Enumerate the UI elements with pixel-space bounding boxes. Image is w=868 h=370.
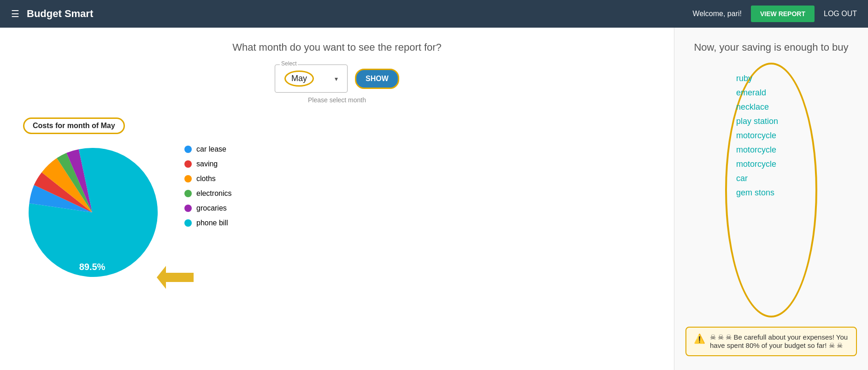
legend-item: saving (184, 160, 231, 168)
please-select-text: Please select month (18, 96, 655, 104)
app-title: Budget Smart (27, 8, 693, 20)
legend-item: cloths (184, 175, 231, 183)
savings-oval-wrapper: rubyemeraldnecklaceplay stationmotorcycl… (685, 63, 857, 317)
legend-label: electronics (196, 189, 231, 198)
savings-item: car (736, 174, 748, 183)
logout-button[interactable]: LOG OUT (824, 10, 857, 18)
warning-box: ⚠️ ☠ ☠ ☠ Be carefull about your expenses… (685, 327, 857, 356)
select-legend: Select (280, 60, 298, 67)
pie-container: Costs for month of May (18, 117, 166, 286)
legend-label: phone bill (196, 219, 228, 227)
savings-item: necklace (736, 102, 769, 112)
svg-marker-0 (157, 266, 194, 289)
legend-label: cloths (196, 175, 216, 183)
legend-dot (184, 146, 192, 153)
pie-wrapper: 89.5% (18, 139, 166, 286)
legend-item: electronics (184, 189, 231, 198)
legend-dot (184, 190, 192, 197)
month-select[interactable]: May ▾ (279, 66, 343, 91)
left-panel: What month do you want to see the report… (0, 28, 674, 370)
savings-item: emerald (736, 88, 766, 98)
savings-item: play station (736, 117, 778, 126)
savings-item: motorcycle (736, 145, 776, 155)
costs-label: Costs for month of May (23, 117, 125, 134)
chart-legend: car leasesavingclothselectronicsgrocarie… (184, 145, 231, 227)
legend-label: saving (196, 160, 218, 168)
show-button[interactable]: SHOW (355, 69, 399, 89)
savings-item: ruby (736, 74, 752, 83)
saving-title: Now, your saving is enough to buy (685, 41, 857, 53)
dropdown-arrow-icon: ▾ (335, 75, 338, 82)
savings-item: motorcycle (736, 159, 776, 169)
legend-dot (184, 205, 192, 212)
arrow-indicator (157, 266, 194, 291)
legend-label: car lease (196, 145, 226, 153)
legend-dot (184, 175, 192, 182)
chart-section: Costs for month of May (18, 117, 655, 286)
view-report-button[interactable]: VIEW REPORT (751, 6, 815, 22)
arrow-icon (157, 266, 194, 289)
legend-item: grocaries (184, 204, 231, 212)
savings-item: gem stons (736, 188, 774, 198)
main-container: What month do you want to see the report… (0, 28, 868, 370)
warning-text: ☠ ☠ ☠ Be carefull about your expenses! Y… (710, 333, 849, 350)
select-row: Select May ▾ SHOW (18, 65, 655, 93)
app-header: ☰ Budget Smart Welcome, pari! VIEW REPOR… (0, 0, 868, 28)
savings-item: motorcycle (736, 131, 776, 141)
legend-item: car lease (184, 145, 231, 153)
savings-oval: rubyemeraldnecklaceplay stationmotorcycl… (725, 63, 817, 317)
legend-item: phone bill (184, 219, 231, 227)
month-value: May (284, 70, 314, 87)
legend-label: grocaries (196, 204, 227, 212)
legend-dot (184, 160, 192, 168)
right-panel: Now, your saving is enough to buy rubyem… (674, 28, 868, 370)
pie-percentage: 89.5% (79, 262, 106, 272)
menu-icon[interactable]: ☰ (11, 8, 19, 19)
welcome-text: Welcome, pari! (693, 10, 742, 18)
month-question: What month do you want to see the report… (18, 41, 655, 53)
month-select-wrapper: Select May ▾ (275, 65, 348, 93)
warning-icon: ⚠️ (694, 333, 705, 344)
legend-dot (184, 219, 192, 227)
